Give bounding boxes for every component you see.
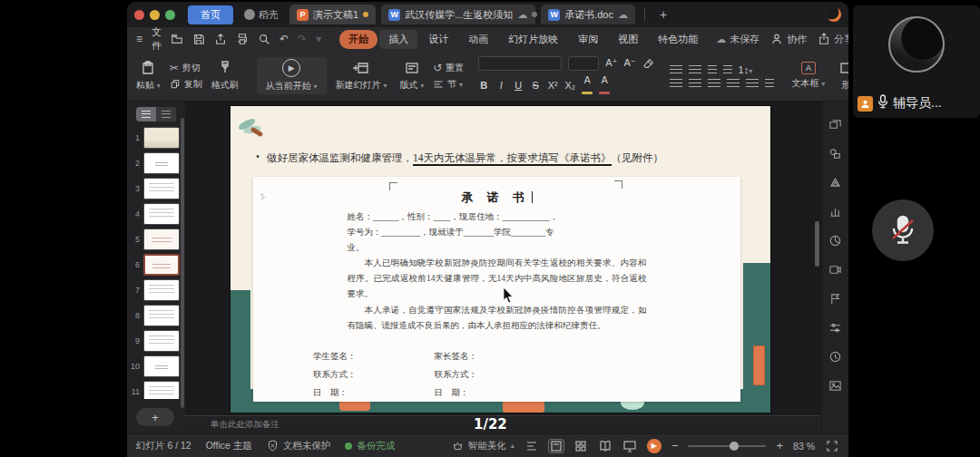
collaborate-button[interactable]: 协作 (770, 33, 807, 46)
slide-thumbnail-image[interactable] (143, 228, 180, 250)
align-right-icon[interactable] (708, 79, 720, 88)
slide-thumbnail-image[interactable] (143, 381, 180, 399)
list-view-button[interactable] (136, 107, 156, 122)
increase-indent-icon[interactable] (723, 65, 732, 74)
reset-button[interactable]: ↺ 重置 (433, 62, 464, 74)
docer-tab[interactable]: 稻壳 (239, 8, 284, 22)
font-color-button[interactable]: A (599, 74, 610, 96)
ribbon-tab-home[interactable]: 开始 (339, 30, 377, 49)
normal-view-button[interactable] (549, 440, 564, 452)
slide-thumbnail-image[interactable] (143, 127, 180, 149)
bullet-list-icon[interactable] (670, 65, 682, 74)
commitment-letter-document[interactable]: 5· 承 诺 书 姓名：______，性别：____，现居住地：________… (253, 177, 740, 402)
decrease-indent-icon[interactable] (708, 65, 717, 74)
screen-record-icon[interactable] (828, 263, 842, 277)
slide-thumbnail-11[interactable]: 11 (129, 381, 185, 399)
theme-name[interactable]: Office 主题 (206, 440, 252, 452)
line-spacing-button[interactable]: 1↕▾ (739, 64, 753, 75)
paste-button[interactable]: 粘贴 ▾ (132, 60, 164, 92)
cut-button[interactable]: ✂ 剪切 (170, 62, 202, 74)
decrease-font-button[interactable]: A⁻ (623, 57, 635, 69)
columns-icon[interactable] (765, 79, 774, 88)
image-icon[interactable] (828, 379, 842, 393)
home-tab-button[interactable]: 首页 (188, 5, 233, 24)
sidebar-scrollbar[interactable] (181, 118, 184, 408)
share-button[interactable]: 分享 (818, 33, 848, 46)
increase-font-button[interactable]: A⁺ (605, 57, 617, 69)
slide-thumbnail-4[interactable]: 4 (129, 203, 185, 225)
open-folder-icon[interactable] (171, 33, 183, 45)
export-icon[interactable] (214, 33, 227, 45)
ribbon-tab-insert[interactable]: 插入 (379, 30, 417, 49)
highlight-color-button[interactable]: A (582, 74, 593, 96)
reading-view-button[interactable] (598, 440, 612, 452)
clear-format-icon[interactable] (642, 57, 655, 70)
section-button[interactable]: 节 ▾ (433, 78, 464, 91)
video-call-tile[interactable]: 辅导员... (853, 5, 980, 118)
slide-thumbnail-7[interactable]: 7 (129, 279, 185, 301)
more-commands-chevron-icon[interactable]: ▾ (316, 34, 321, 44)
add-slide-button[interactable]: + (136, 408, 174, 426)
chart-icon[interactable] (828, 205, 842, 219)
italic-button[interactable]: I (495, 80, 506, 91)
notes-bar[interactable]: 单击此处添加备注 1/22 (185, 415, 821, 433)
document-tab-notice[interactable]: W 武汉传媒学...生返校须知 ☁ (381, 5, 535, 24)
canvas-scrollbar[interactable] (815, 221, 819, 267)
print-preview-icon[interactable] (258, 33, 270, 45)
window-zoom-button[interactable] (165, 10, 175, 20)
slide-thumbnail-8[interactable]: 8 (129, 305, 185, 326)
slide-thumbnail-6[interactable]: 6 (129, 254, 185, 276)
slide-thumbnail-5[interactable]: 5 (129, 228, 185, 250)
align-left-icon[interactable] (670, 79, 682, 88)
shape-button[interactable]: 形 (834, 60, 848, 92)
zoom-slider-thumb[interactable] (730, 442, 739, 451)
new-slide-button[interactable]: 新建幻灯片 ▾ (332, 60, 391, 92)
slide-canvas[interactable]: • 做好居家体温监测和健康管理，14天内无体温异常，按要求填写《承诺书》（见附件… (185, 102, 821, 415)
backup-status[interactable]: 备份完成 (345, 440, 395, 452)
copy-button[interactable]: 复制 (170, 78, 202, 91)
numbered-list-icon[interactable] (689, 65, 701, 74)
mic-mute-button[interactable] (872, 199, 934, 261)
slide-thumbnail-1[interactable]: 1 (129, 127, 185, 149)
save-icon[interactable] (192, 33, 205, 45)
play-from-current-button[interactable]: ▶ 从当前开始 ▾ (257, 57, 327, 94)
material-icon[interactable] (828, 176, 842, 190)
redo-icon[interactable]: ↷ (298, 34, 307, 44)
window-close-button[interactable] (134, 10, 144, 20)
zoom-in-button[interactable]: + (776, 439, 783, 452)
new-tab-button[interactable]: + (654, 7, 672, 22)
grid-view-button[interactable] (156, 107, 176, 122)
slide-sorter-view-button[interactable] (573, 440, 588, 452)
adjust-icon[interactable] (828, 321, 842, 335)
zoom-out-button[interactable]: − (671, 439, 679, 452)
undo-icon[interactable]: ↶ (279, 34, 289, 44)
slides-pane-icon[interactable] (828, 118, 842, 131)
slide-thumbnail-image[interactable] (143, 203, 180, 225)
zoom-slider[interactable] (688, 445, 766, 447)
ribbon-tab-design[interactable]: 设计 (419, 30, 457, 49)
slide-thumbnail-3[interactable]: 3 (129, 178, 185, 199)
textbox-button[interactable]: A 文本框 ▾ (789, 62, 829, 90)
save-status[interactable]: ☁ 未保存 (716, 33, 760, 46)
distribute-icon[interactable] (746, 79, 759, 88)
slide-thumbnail-image[interactable] (143, 152, 180, 174)
slide-thumbnail-image[interactable] (143, 178, 180, 199)
font-name-input[interactable] (478, 56, 562, 71)
subscript-button[interactable]: X₂ (564, 80, 575, 91)
hamburger-menu-icon[interactable]: ≡ (136, 34, 142, 44)
outline-view-button[interactable] (524, 440, 539, 452)
layout-button[interactable]: 版式 ▾ (396, 60, 427, 92)
flag-icon[interactable] (828, 292, 842, 306)
play-slideshow-button[interactable]: ▶ (647, 439, 662, 453)
align-center-icon[interactable] (689, 79, 701, 88)
slideshow-view-button[interactable] (622, 440, 637, 452)
strikethrough-button[interactable]: S (530, 80, 541, 91)
print-icon[interactable] (236, 33, 249, 45)
ribbon-tab-special[interactable]: 特色功能 (649, 30, 707, 49)
ribbon-tab-review[interactable]: 审阅 (569, 30, 607, 49)
slide-thumbnail-image[interactable] (143, 355, 180, 377)
underline-button[interactable]: U (513, 80, 524, 91)
app-theme-icon[interactable] (827, 7, 841, 22)
slide-thumbnail-image[interactable] (143, 330, 180, 352)
ribbon-tab-animation[interactable]: 动画 (459, 30, 497, 49)
